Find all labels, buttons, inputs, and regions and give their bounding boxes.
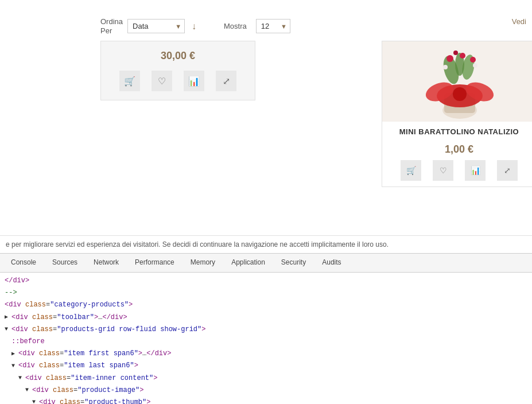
product-card-right-wrapper: MINI BARATTOLINO NATALIZIO 1,00 € 🛒 ♡ 📊 … [382,41,532,187]
show-select-wrapper: 12 24 36 ▼ [256,19,290,33]
html-line: <div class="category-products"> [0,299,532,311]
per-label: Per [100,26,123,36]
tab-memory[interactable]: Memory [182,254,223,272]
cookie-text: e per migliorare servizi ed esperienza d… [6,240,389,248]
svg-point-6 [453,87,467,101]
html-line: </div> [0,275,532,287]
wishlist-button-left[interactable]: ♡ [152,71,172,91]
html-line: ::before [0,336,532,348]
product-title-right: MINI BARATTOLINO NATALIZIO [382,122,532,139]
ordina-label: Ordina [100,17,123,26]
expand-icon[interactable] [11,349,18,359]
product-price-right: 1,00 € [382,139,532,160]
html-line[interactable]: <div class="item last span6"> [0,360,532,372]
product-price-left: 30,00 € [161,50,195,62]
page-area: Ordina Per Data Nome Prezzo ▼ ↓ Mostra 1… [0,0,532,235]
product-image-svg [382,41,532,122]
svg-point-13 [453,50,458,55]
show-select[interactable]: 12 24 36 [256,19,290,33]
collapse-icon[interactable] [32,398,39,404]
product-card-right: MINI BARATTOLINO NATALIZIO 1,00 € 🛒 ♡ 📊 … [382,41,532,187]
html-line: --> [0,287,532,299]
add-to-cart-button-right[interactable]: 🛒 [401,160,421,181]
html-line[interactable]: <div class="product-thumb"> [0,397,532,404]
quickview-button-right[interactable]: ⤢ [497,160,518,181]
sort-bar: Ordina Per Data Nome Prezzo ▼ ↓ Mostra 1… [0,0,532,41]
tab-performance[interactable]: Performance [127,254,182,272]
sort-label: Ordina Per [100,17,123,35]
tab-console[interactable]: Console [3,254,44,272]
collapse-icon[interactable] [11,362,18,371]
mostra-label: Mostra [224,22,247,30]
html-line[interactable]: <div class="product-image"> [0,384,532,397]
product-actions-left: 🛒 ♡ 📊 ⤢ [119,71,236,91]
devtools-content[interactable]: </div> --> <div class="category-products… [0,273,532,404]
product-row: 30,00 € 🛒 ♡ 📊 ⤢ [0,41,532,100]
collapse-icon[interactable] [5,325,11,334]
tab-network[interactable]: Network [86,254,127,272]
sort-select-wrapper: Data Nome Prezzo ▼ [127,19,185,33]
compare-button-left[interactable]: 📊 [184,71,204,91]
compare-button-right[interactable]: 📊 [465,160,486,181]
quickview-button-left[interactable]: ⤢ [216,71,236,91]
sort-select[interactable]: Data Nome Prezzo [127,19,185,33]
tab-security[interactable]: Security [273,254,314,272]
product-image-right [382,41,532,122]
vedi-link[interactable]: Vedi [512,17,526,26]
html-line[interactable]: <div class="item first span6">…</div> [0,348,532,360]
expand-icon[interactable] [5,313,11,322]
svg-point-11 [460,53,465,59]
product-card-left: 30,00 € 🛒 ♡ 📊 ⤢ [100,41,255,100]
svg-point-15 [473,63,477,68]
svg-point-12 [470,57,476,63]
wishlist-button-right[interactable]: ♡ [433,160,453,181]
collapse-icon[interactable] [25,386,32,395]
html-line[interactable]: <div class="item-inner content"> [0,372,532,384]
tab-application[interactable]: Application [223,254,273,272]
devtools-tabs: Console Sources Network Performance Memo… [0,254,532,273]
add-to-cart-button-left[interactable]: 🛒 [119,71,140,91]
product-actions-right: 🛒 ♡ 📊 ⤢ [382,160,532,187]
svg-point-14 [443,65,448,69]
html-line[interactable]: <div class="toolbar">…</div> [0,312,532,324]
sort-direction-icon[interactable]: ↓ [192,21,196,32]
collapse-icon[interactable] [18,374,25,383]
cookie-notice: e per migliorare servizi ed esperienza d… [0,235,532,253]
html-line[interactable]: <div class="products-grid row-fluid show… [0,324,532,336]
devtools-panel: Console Sources Network Performance Memo… [0,253,532,404]
svg-point-10 [446,55,453,62]
tab-audits[interactable]: Audits [314,254,349,272]
tab-sources[interactable]: Sources [44,254,86,272]
